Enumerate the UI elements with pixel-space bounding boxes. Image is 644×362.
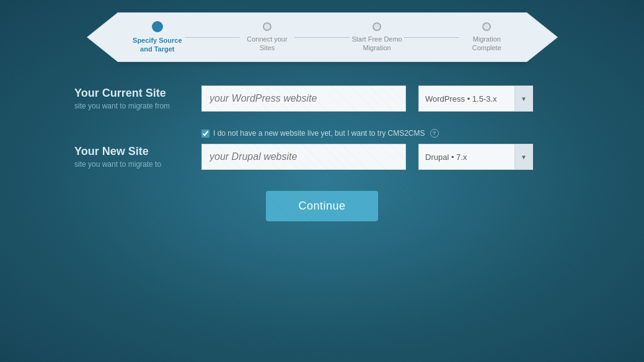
current-site-cms-selector[interactable]: WordPress • 1.5-3.x WordPress • 4.x Word…: [418, 86, 533, 112]
step-4-dot: [482, 22, 491, 31]
ribbon-right-inner: [527, 14, 557, 61]
step-4[interactable]: Migration Complete: [459, 22, 514, 53]
connector-3-4: [404, 37, 459, 38]
step-3-dot: [373, 22, 381, 31]
new-site-select[interactable]: Drupal • 7.x Drupal • 8.x Drupal • 9.x: [418, 144, 533, 170]
continue-button[interactable]: Continue: [266, 191, 377, 221]
connector-2-3: [294, 37, 350, 38]
new-site-subtitle: site you want to migrate to: [74, 160, 189, 169]
step-3-label: Start Free Demo Migration: [350, 35, 405, 53]
new-site-title: Your New Site: [74, 145, 189, 158]
step-1[interactable]: Specify Source and Target: [130, 21, 185, 54]
new-site-cms-selector[interactable]: Drupal • 7.x Drupal • 8.x Drupal • 9.x ▼: [418, 144, 533, 170]
new-site-label-group: Your New Site site you want to migrate t…: [74, 145, 189, 169]
continue-btn-wrapper: Continue: [0, 191, 644, 221]
cms2cms-info-icon[interactable]: ?: [430, 129, 439, 138]
current-site-label-group: Your Current Site site you want to migra…: [74, 87, 189, 110]
no-new-site-row: I do not have a new website live yet, bu…: [201, 129, 570, 138]
step-1-label: Specify Source and Target: [130, 36, 185, 54]
no-new-site-checkbox[interactable]: [201, 130, 210, 138]
step-2-dot: [263, 22, 271, 31]
wizard-ribbon: Specify Source and Target Connect your S…: [118, 12, 527, 62]
current-site-input[interactable]: [201, 86, 406, 112]
main-form: Your Current Site site you want to migra…: [0, 86, 644, 170]
current-site-subtitle: site you want to migrate from: [74, 102, 189, 110]
current-site-title: Your Current Site: [74, 87, 189, 100]
step-1-dot: [152, 21, 163, 32]
step-3[interactable]: Start Free Demo Migration: [350, 22, 405, 53]
step-2-label: Connect your Sites: [240, 35, 295, 53]
step-2[interactable]: Connect your Sites: [240, 22, 295, 53]
current-site-select[interactable]: WordPress • 1.5-3.x WordPress • 4.x Word…: [418, 86, 533, 112]
ribbon-left-inner: [88, 14, 118, 61]
no-new-site-label: I do not have a new website live yet, bu…: [213, 129, 425, 138]
connector-1-2: [185, 37, 240, 38]
new-site-input[interactable]: [201, 144, 406, 170]
step-4-label: Migration Complete: [459, 35, 514, 53]
